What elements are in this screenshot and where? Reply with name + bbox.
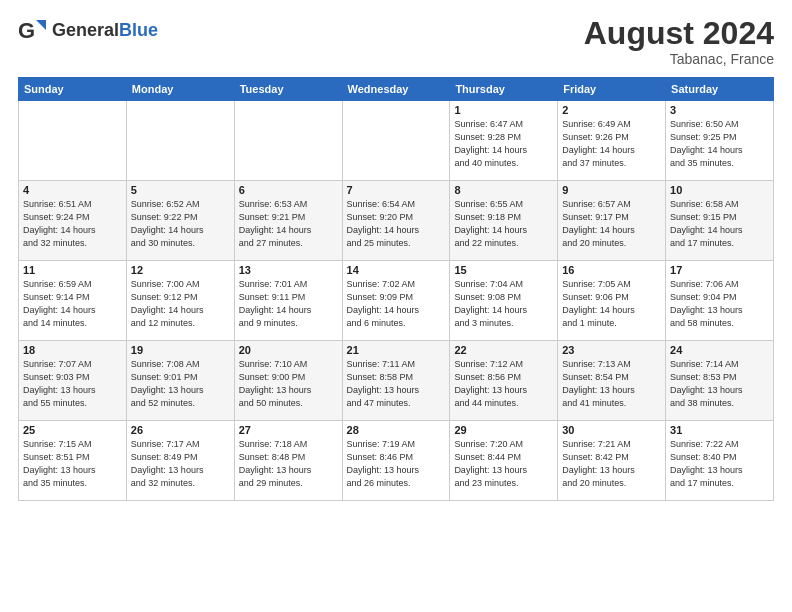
cell-info: Sunrise: 6:49 AM Sunset: 9:26 PM Dayligh… [562,118,661,170]
cell-info: Sunrise: 7:10 AM Sunset: 9:00 PM Dayligh… [239,358,338,410]
cell-info: Sunrise: 6:55 AM Sunset: 9:18 PM Dayligh… [454,198,553,250]
calendar-week-row: 1Sunrise: 6:47 AM Sunset: 9:28 PM Daylig… [19,101,774,181]
cell-info: Sunrise: 7:12 AM Sunset: 8:56 PM Dayligh… [454,358,553,410]
cell-day-number: 8 [454,184,553,196]
cell-day-number: 22 [454,344,553,356]
cell-day-number: 18 [23,344,122,356]
cell-day-number: 17 [670,264,769,276]
calendar-header-row: SundayMondayTuesdayWednesdayThursdayFrid… [19,78,774,101]
cell-day-number: 23 [562,344,661,356]
cell-day-number: 1 [454,104,553,116]
calendar-cell: 30Sunrise: 7:21 AM Sunset: 8:42 PM Dayli… [558,421,666,501]
cell-info: Sunrise: 6:52 AM Sunset: 9:22 PM Dayligh… [131,198,230,250]
cell-info: Sunrise: 6:53 AM Sunset: 9:21 PM Dayligh… [239,198,338,250]
calendar-cell: 17Sunrise: 7:06 AM Sunset: 9:04 PM Dayli… [666,261,774,341]
calendar-cell: 7Sunrise: 6:54 AM Sunset: 9:20 PM Daylig… [342,181,450,261]
cell-day-number: 4 [23,184,122,196]
logo: G GeneralBlue [18,16,158,44]
svg-marker-1 [36,20,46,30]
calendar-cell: 2Sunrise: 6:49 AM Sunset: 9:26 PM Daylig… [558,101,666,181]
cell-day-number: 29 [454,424,553,436]
calendar-cell: 11Sunrise: 6:59 AM Sunset: 9:14 PM Dayli… [19,261,127,341]
calendar-week-row: 25Sunrise: 7:15 AM Sunset: 8:51 PM Dayli… [19,421,774,501]
cell-day-number: 11 [23,264,122,276]
calendar-cell [126,101,234,181]
calendar-header-monday: Monday [126,78,234,101]
calendar-cell: 22Sunrise: 7:12 AM Sunset: 8:56 PM Dayli… [450,341,558,421]
calendar-cell: 21Sunrise: 7:11 AM Sunset: 8:58 PM Dayli… [342,341,450,421]
logo-blue: Blue [119,20,158,40]
cell-day-number: 20 [239,344,338,356]
cell-day-number: 12 [131,264,230,276]
cell-info: Sunrise: 6:57 AM Sunset: 9:17 PM Dayligh… [562,198,661,250]
calendar-cell: 28Sunrise: 7:19 AM Sunset: 8:46 PM Dayli… [342,421,450,501]
cell-info: Sunrise: 7:08 AM Sunset: 9:01 PM Dayligh… [131,358,230,410]
cell-info: Sunrise: 7:01 AM Sunset: 9:11 PM Dayligh… [239,278,338,330]
calendar-header-tuesday: Tuesday [234,78,342,101]
cell-info: Sunrise: 7:18 AM Sunset: 8:48 PM Dayligh… [239,438,338,490]
title-block: August 2024 Tabanac, France [584,16,774,67]
calendar-cell: 15Sunrise: 7:04 AM Sunset: 9:08 PM Dayli… [450,261,558,341]
cell-day-number: 5 [131,184,230,196]
logo-general: General [52,20,119,40]
cell-day-number: 2 [562,104,661,116]
page: G GeneralBlue August 2024 Tabanac, Franc… [0,0,792,612]
calendar-header-wednesday: Wednesday [342,78,450,101]
cell-day-number: 19 [131,344,230,356]
calendar-cell: 10Sunrise: 6:58 AM Sunset: 9:15 PM Dayli… [666,181,774,261]
calendar-cell: 29Sunrise: 7:20 AM Sunset: 8:44 PM Dayli… [450,421,558,501]
calendar-week-row: 4Sunrise: 6:51 AM Sunset: 9:24 PM Daylig… [19,181,774,261]
cell-info: Sunrise: 7:20 AM Sunset: 8:44 PM Dayligh… [454,438,553,490]
cell-info: Sunrise: 7:07 AM Sunset: 9:03 PM Dayligh… [23,358,122,410]
cell-info: Sunrise: 6:51 AM Sunset: 9:24 PM Dayligh… [23,198,122,250]
calendar-cell: 4Sunrise: 6:51 AM Sunset: 9:24 PM Daylig… [19,181,127,261]
cell-info: Sunrise: 6:47 AM Sunset: 9:28 PM Dayligh… [454,118,553,170]
calendar-cell [19,101,127,181]
calendar-cell: 5Sunrise: 6:52 AM Sunset: 9:22 PM Daylig… [126,181,234,261]
logo-icon: G [18,16,46,44]
calendar-cell: 19Sunrise: 7:08 AM Sunset: 9:01 PM Dayli… [126,341,234,421]
cell-info: Sunrise: 7:21 AM Sunset: 8:42 PM Dayligh… [562,438,661,490]
cell-day-number: 13 [239,264,338,276]
calendar-cell: 24Sunrise: 7:14 AM Sunset: 8:53 PM Dayli… [666,341,774,421]
calendar-week-row: 11Sunrise: 6:59 AM Sunset: 9:14 PM Dayli… [19,261,774,341]
cell-day-number: 31 [670,424,769,436]
cell-info: Sunrise: 7:14 AM Sunset: 8:53 PM Dayligh… [670,358,769,410]
cell-day-number: 28 [347,424,446,436]
cell-info: Sunrise: 7:02 AM Sunset: 9:09 PM Dayligh… [347,278,446,330]
calendar-header-sunday: Sunday [19,78,127,101]
cell-info: Sunrise: 7:11 AM Sunset: 8:58 PM Dayligh… [347,358,446,410]
cell-info: Sunrise: 6:58 AM Sunset: 9:15 PM Dayligh… [670,198,769,250]
calendar-header-saturday: Saturday [666,78,774,101]
cell-day-number: 26 [131,424,230,436]
header: G GeneralBlue August 2024 Tabanac, Franc… [18,16,774,67]
calendar-cell: 1Sunrise: 6:47 AM Sunset: 9:28 PM Daylig… [450,101,558,181]
cell-info: Sunrise: 7:22 AM Sunset: 8:40 PM Dayligh… [670,438,769,490]
cell-info: Sunrise: 7:17 AM Sunset: 8:49 PM Dayligh… [131,438,230,490]
calendar-table: SundayMondayTuesdayWednesdayThursdayFrid… [18,77,774,501]
cell-info: Sunrise: 7:06 AM Sunset: 9:04 PM Dayligh… [670,278,769,330]
cell-info: Sunrise: 7:19 AM Sunset: 8:46 PM Dayligh… [347,438,446,490]
cell-day-number: 24 [670,344,769,356]
calendar-cell: 9Sunrise: 6:57 AM Sunset: 9:17 PM Daylig… [558,181,666,261]
calendar-cell: 8Sunrise: 6:55 AM Sunset: 9:18 PM Daylig… [450,181,558,261]
cell-day-number: 7 [347,184,446,196]
calendar-cell: 13Sunrise: 7:01 AM Sunset: 9:11 PM Dayli… [234,261,342,341]
cell-info: Sunrise: 6:59 AM Sunset: 9:14 PM Dayligh… [23,278,122,330]
cell-day-number: 3 [670,104,769,116]
cell-day-number: 10 [670,184,769,196]
cell-info: Sunrise: 6:50 AM Sunset: 9:25 PM Dayligh… [670,118,769,170]
calendar-cell: 31Sunrise: 7:22 AM Sunset: 8:40 PM Dayli… [666,421,774,501]
calendar-cell [342,101,450,181]
calendar-cell: 23Sunrise: 7:13 AM Sunset: 8:54 PM Dayli… [558,341,666,421]
calendar-cell: 20Sunrise: 7:10 AM Sunset: 9:00 PM Dayli… [234,341,342,421]
calendar-cell [234,101,342,181]
calendar-cell: 14Sunrise: 7:02 AM Sunset: 9:09 PM Dayli… [342,261,450,341]
calendar-cell: 26Sunrise: 7:17 AM Sunset: 8:49 PM Dayli… [126,421,234,501]
calendar-cell: 3Sunrise: 6:50 AM Sunset: 9:25 PM Daylig… [666,101,774,181]
cell-day-number: 25 [23,424,122,436]
cell-day-number: 6 [239,184,338,196]
cell-day-number: 27 [239,424,338,436]
page-title: August 2024 [584,16,774,51]
calendar-cell: 16Sunrise: 7:05 AM Sunset: 9:06 PM Dayli… [558,261,666,341]
